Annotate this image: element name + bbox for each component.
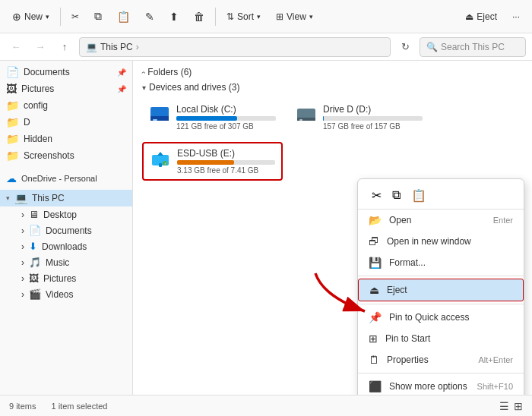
drive-usb-item[interactable]: ✓ ESD-USB (E:) 3.13 GB free of 7.41 GB — [142, 142, 283, 181]
forward-button[interactable]: → — [30, 37, 50, 57]
new-icon: ⊕ — [12, 11, 21, 23]
sidebar-item-thispc[interactable]: ▾ 💻 This PC — [0, 190, 132, 206]
folders-arrow-icon: › — [139, 71, 147, 73]
sidebar-child-desktop[interactable]: › 🖥 Desktop — [0, 206, 132, 222]
ctx-copy-icon[interactable]: ⧉ — [389, 185, 404, 206]
sidebar-item-config[interactable]: 📁 config — [0, 97, 132, 114]
svg-rect-8 — [159, 163, 162, 167]
documents-icon: 📄 — [6, 66, 19, 78]
copy-button[interactable]: ⧉ — [88, 7, 108, 26]
devices-arrow-icon: ▾ — [142, 84, 146, 92]
rename-button[interactable]: ✎ — [139, 8, 160, 26]
new-chevron-icon: ▾ — [46, 13, 49, 20]
view-grid-icon[interactable]: ⊞ — [514, 400, 523, 412]
svg-rect-2 — [153, 119, 157, 121]
toolbar: ⊕ New ▾ ✂ ⧉ 📋 ✎ ⬆ 🗑 ⇅ Sort ▾ ⊞ View ▾ ⏏ … — [0, 0, 532, 33]
back-icon: ← — [11, 41, 21, 52]
svg-text:✓: ✓ — [164, 162, 166, 165]
sidebar-child-downloads[interactable]: › ⬇ Downloads — [0, 238, 132, 254]
svg-marker-7 — [157, 152, 163, 156]
separator-1 — [60, 8, 61, 26]
music-icon: 🎵 — [29, 257, 41, 268]
new-button[interactable]: ⊕ New ▾ — [6, 8, 55, 26]
drive-c-bar-bg — [176, 116, 276, 121]
drive-c-item[interactable]: Local Disk (C:) 121 GB free of 307 GB — [142, 99, 283, 136]
more-icon: ··· — [512, 11, 520, 22]
drives-row: Local Disk (C:) 121 GB free of 307 GB — [142, 99, 523, 136]
thispc-icon: 💻 — [14, 192, 27, 204]
paste-button[interactable]: 📋 — [111, 8, 136, 26]
downloads-arrow: › — [21, 241, 24, 252]
drive-d-item[interactable]: Drive D (D:) 157 GB free of 157 GB — [289, 99, 429, 136]
separator-2 — [215, 8, 216, 26]
drive-c-icon — [149, 104, 170, 131]
paste-icon: 📋 — [117, 11, 130, 23]
hidden-folder-icon: 📁 — [6, 133, 19, 145]
eject-icon: ⏏ — [465, 11, 473, 22]
drive-d-icon — [296, 104, 317, 131]
ctx-open-item[interactable]: 📂 Open Enter — [358, 210, 524, 231]
devices-section-header[interactable]: ▾ Devices and drives (3) — [142, 82, 523, 93]
folders-section-header[interactable]: › Folders (6) — [142, 67, 523, 77]
pictures2-icon: 🖼 — [29, 273, 39, 284]
sidebar-item-pictures[interactable]: 🖼 Pictures 📌 — [0, 80, 132, 97]
ctx-pin-start-item[interactable]: ⊞ Pin to Start — [358, 328, 524, 349]
status-bar: 9 items 1 item selected ☰ ⊞ — [0, 395, 532, 416]
ctx-pin-icon: 📌 — [369, 311, 382, 323]
sidebar-item-onedrive[interactable]: ☁ OneDrive - Personal — [0, 170, 132, 187]
music-arrow: › — [21, 257, 24, 268]
more-button[interactable]: ··· — [506, 8, 526, 25]
copy-icon: ⧉ — [94, 10, 102, 23]
search-icon: 🔍 — [426, 42, 438, 52]
up-button[interactable]: ↑ — [55, 37, 74, 57]
documents2-icon: 📄 — [29, 225, 41, 236]
back-button[interactable]: ← — [6, 37, 26, 57]
videos-arrow: › — [21, 289, 24, 300]
view-button[interactable]: ⊞ View ▾ — [270, 8, 319, 25]
sidebar-child-documents[interactable]: › 📄 Documents — [0, 222, 132, 238]
ctx-properties-item[interactable]: 🗒 Properties Alt+Enter — [358, 349, 524, 370]
sidebar-item-documents[interactable]: 📄 Documents 📌 — [0, 64, 132, 80]
drive-c-bar-fill — [176, 116, 237, 121]
drive-usb-bar-fill — [177, 160, 234, 165]
ctx-pin-quick-item[interactable]: 📌 Pin to Quick access — [358, 307, 524, 328]
sidebar-item-hidden[interactable]: 📁 Hidden — [0, 131, 132, 147]
view-icon: ⊞ — [276, 11, 283, 22]
ctx-show-more-item[interactable]: ⬛ Show more options Shift+F10 — [358, 376, 524, 395]
sidebar-child-videos[interactable]: › 🎬 Videos — [0, 286, 132, 302]
items-count: 9 items — [9, 402, 36, 411]
up-icon: ↑ — [62, 41, 68, 52]
ctx-pin-start-icon: ⊞ — [369, 332, 378, 345]
ctx-format-item[interactable]: 💾 Format... — [358, 252, 524, 273]
ctx-eject-item[interactable]: ⏏ Eject — [358, 279, 524, 301]
path-icon: 💻 — [86, 42, 97, 52]
sidebar-item-d[interactable]: 📁 D — [0, 114, 132, 131]
main-area: 📄 Documents 📌 🖼 Pictures 📌 📁 config 📁 D … — [0, 61, 532, 395]
share-icon: ⬆ — [169, 11, 179, 23]
drive-c-info: Local Disk (C:) 121 GB free of 307 GB — [176, 104, 276, 131]
address-path[interactable]: 💻 This PC › — [79, 37, 391, 57]
documents2-arrow: › — [21, 225, 24, 236]
view-list-icon[interactable]: ☰ — [499, 400, 509, 412]
cut-button[interactable]: ✂ — [65, 8, 85, 25]
desktop-icon: 🖥 — [29, 209, 39, 220]
eject-button[interactable]: ⏏ Eject — [459, 8, 503, 25]
search-box[interactable]: 🔍 Search This PC — [420, 37, 526, 57]
address-bar: ← → ↑ 💻 This PC › ↻ 🔍 Search This PC — [0, 33, 532, 61]
d-folder-icon: 📁 — [6, 116, 19, 128]
ctx-format-icon: 💾 — [369, 257, 382, 269]
sidebar-item-screenshots[interactable]: 📁 Screenshots — [0, 147, 132, 164]
sidebar-child-pictures[interactable]: › 🖼 Pictures — [0, 270, 132, 286]
ctx-open-new-window-item[interactable]: 🗗 Open in new window — [358, 231, 524, 252]
refresh-button[interactable]: ↻ — [395, 37, 415, 57]
thispc-expand-arrow: ▾ — [6, 194, 10, 202]
drive-usb-icon: ✓ — [150, 150, 171, 173]
ctx-cut-icon[interactable]: ✂ — [369, 185, 385, 206]
share-button[interactable]: ⬆ — [163, 8, 185, 26]
videos-icon: 🎬 — [29, 288, 41, 300]
delete-button[interactable]: 🗑 — [188, 8, 211, 26]
ctx-paste-icon[interactable]: 📋 — [408, 185, 429, 206]
sort-button[interactable]: ⇅ Sort ▾ — [220, 8, 267, 25]
sidebar-child-music[interactable]: › 🎵 Music — [0, 254, 132, 270]
usb-row: ✓ ESD-USB (E:) 3.13 GB free of 7.41 GB — [142, 142, 523, 181]
